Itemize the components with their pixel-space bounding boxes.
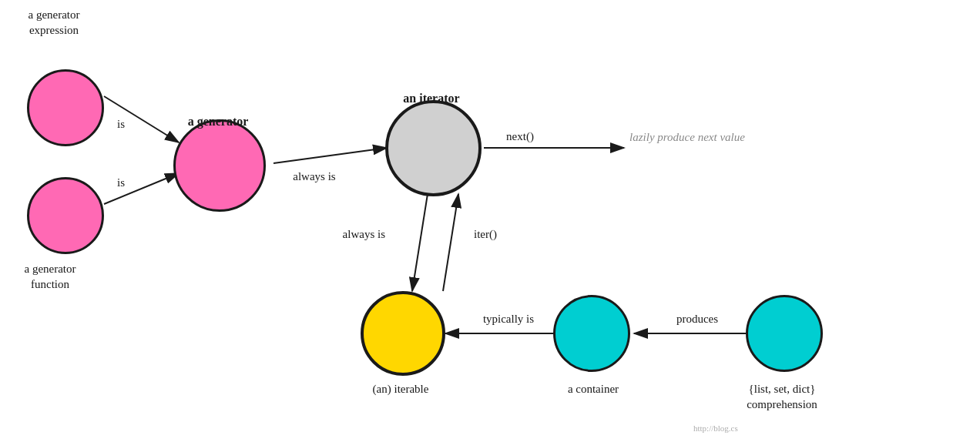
label-iterable: (an) iterable [347, 382, 455, 397]
label-is2: is [109, 176, 133, 191]
url-watermark: http://blog.cs [693, 424, 738, 433]
label-gen-expr: a generator expression [4, 8, 104, 38]
arrow-generator-iterator [274, 148, 387, 163]
label-container: a container [539, 382, 647, 397]
arrow-iterable-up [443, 194, 458, 291]
label-typically-is: typically is [470, 312, 547, 327]
circle-generator [173, 119, 266, 212]
label-comprehension: {list, set, dict} comprehension [720, 382, 844, 412]
label-iterator: an iterator [378, 91, 485, 107]
label-is1: is [109, 117, 133, 132]
circle-gen-expr [27, 69, 104, 146]
arrow-iterator-down [412, 194, 428, 291]
circle-comprehension [746, 295, 823, 372]
circle-gen-func [27, 177, 104, 254]
label-lazily: lazily produce next value [626, 129, 749, 146]
diagram: a generator expression a generator funct… [0, 0, 980, 442]
label-produces: produces [663, 312, 732, 327]
label-next: next() [489, 129, 551, 145]
label-gen-func: a generator function [4, 262, 96, 292]
label-always-is-right: always is [276, 169, 353, 185]
label-always-is-down: always is [324, 227, 385, 243]
label-generator: a generator [168, 114, 268, 130]
circle-iterable [361, 291, 445, 376]
circle-container [553, 295, 630, 372]
label-iter: iter() [462, 227, 508, 243]
circle-iterator [385, 100, 482, 196]
